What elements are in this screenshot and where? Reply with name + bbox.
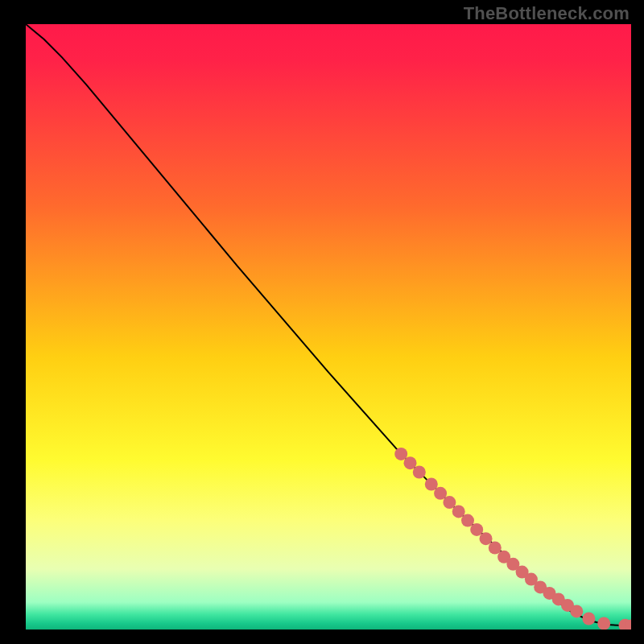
gradient-background [26,24,631,630]
data-marker [480,532,493,545]
plot-area [26,24,631,630]
data-marker [570,605,583,617]
data-marker [582,613,595,625]
data-marker [470,523,483,536]
data-marker [489,542,502,555]
data-marker [425,478,438,491]
data-marker [443,496,456,509]
chart-svg [26,24,631,630]
data-marker [597,617,610,630]
data-marker [434,487,447,500]
data-marker [413,466,426,479]
data-marker [404,456,417,469]
watermark-text: TheBottleneck.com [464,3,630,24]
chart-frame: TheBottleneck.com [0,0,644,644]
data-marker [394,448,407,460]
